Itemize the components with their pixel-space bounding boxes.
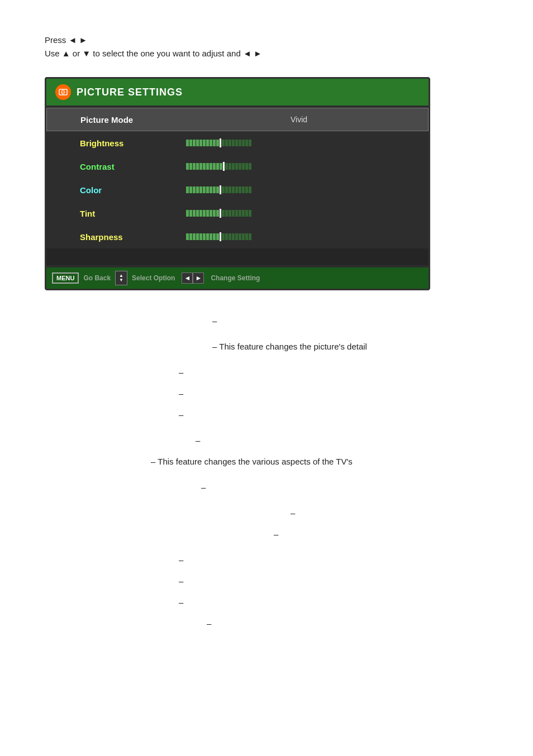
tv-title: PICTURE SETTINGS (77, 87, 183, 98)
sharpness-label: Sharpness (80, 232, 180, 242)
dash-12: – (207, 615, 488, 632)
contrast-tick (223, 162, 225, 171)
brightness-track (186, 139, 298, 147)
picture-mode-value: Vivid (181, 115, 417, 124)
sharpness-track (186, 233, 298, 241)
dash-8: – (274, 526, 488, 543)
picture-mode-label: Picture Mode (80, 115, 181, 125)
contrast-bar (180, 162, 417, 170)
color-tick (220, 185, 221, 194)
tint-desc: – This feature changes the various aspec… (151, 453, 488, 470)
menu-row-tint: Tint (46, 202, 429, 225)
dash-3: – (179, 385, 488, 402)
tint-label: Tint (80, 209, 180, 218)
dash-11: – (179, 594, 488, 611)
left-nav-arrow[interactable]: ◄ (182, 272, 193, 284)
page-container: Press ◄ ► Use ▲ or ▼ to select the one y… (0, 0, 533, 666)
right-nav-arrow[interactable]: ► (193, 272, 204, 284)
contrast-right-segs (225, 163, 251, 170)
tint-left-segs (186, 210, 219, 217)
color-bar (180, 186, 417, 194)
color-track (186, 186, 298, 194)
menu-button[interactable]: MENU (52, 272, 79, 284)
change-setting-text: Change Setting (211, 274, 260, 282)
nav-arrows: ◄ ► (182, 272, 204, 284)
tv-screen: PICTURE SETTINGS Picture Mode Vivid Brig… (45, 77, 430, 290)
dash-2: – (179, 364, 488, 381)
sharpness-bar (180, 233, 417, 241)
dash-7: – (291, 505, 488, 521)
left-arrow-1: ◄ (69, 35, 79, 45)
svg-point-2 (63, 92, 64, 93)
brightness-left-segs (186, 140, 219, 146)
updown-button[interactable]: ▲ ▼ (115, 271, 127, 285)
contrast-left-segs (186, 163, 222, 170)
dash-5: – (196, 432, 488, 449)
tint-tick (220, 209, 221, 218)
press-label: Press (45, 35, 66, 45)
tint-track (186, 209, 298, 217)
tv-statusbar: MENU Go Back ▲ ▼ Select Option ◄ ► Chang… (46, 267, 429, 289)
menu-row-brightness: Brightness (46, 131, 429, 155)
menu-row-sharpness: Sharpness (46, 225, 429, 248)
dash-4: – (179, 406, 488, 423)
brightness-bar (180, 139, 417, 147)
color-right-segs (222, 186, 251, 193)
instruction-line1: Press ◄ ► (45, 34, 488, 47)
tv-icon (55, 84, 71, 100)
sharpness-left-segs (186, 233, 219, 240)
go-back-text: Go Back (83, 274, 111, 282)
tint-bar (180, 209, 417, 217)
instructions: Press ◄ ► Use ▲ or ▼ to select the one y… (45, 34, 488, 60)
right-arrow-1: ► (79, 35, 88, 45)
color-label: Color (80, 185, 180, 195)
dash-10: – (179, 573, 488, 590)
instruction-line2: Use ▲ or ▼ to select the one you want to… (45, 47, 488, 60)
tv-header: PICTURE SETTINGS (46, 79, 429, 106)
empty-row (46, 248, 429, 265)
color-left-segs (186, 186, 219, 193)
dash-1: – (212, 313, 488, 329)
sharpness-tick (220, 232, 221, 241)
sharpness-desc: – This feature changes the picture's det… (212, 338, 488, 355)
sharpness-right-segs (222, 233, 251, 240)
menu-row-picture-mode: Picture Mode Vivid (46, 108, 429, 131)
right-arrow-2: ► (254, 49, 262, 58)
menu-row-color: Color (46, 178, 429, 202)
brightness-label: Brightness (80, 138, 180, 148)
brightness-tick (220, 138, 221, 147)
dash-9: – (179, 552, 488, 568)
contrast-label: Contrast (80, 162, 180, 171)
menu-row-contrast: Contrast (46, 155, 429, 178)
select-option-text: Select Option (132, 274, 175, 282)
contrast-track (186, 162, 298, 170)
tv-content: Picture Mode Vivid Brightness (46, 106, 429, 267)
dash-6: – (201, 479, 488, 496)
brightness-right-segs (222, 140, 251, 146)
body-content: – – This feature changes the picture's d… (45, 313, 488, 632)
tint-right-segs (222, 210, 251, 217)
